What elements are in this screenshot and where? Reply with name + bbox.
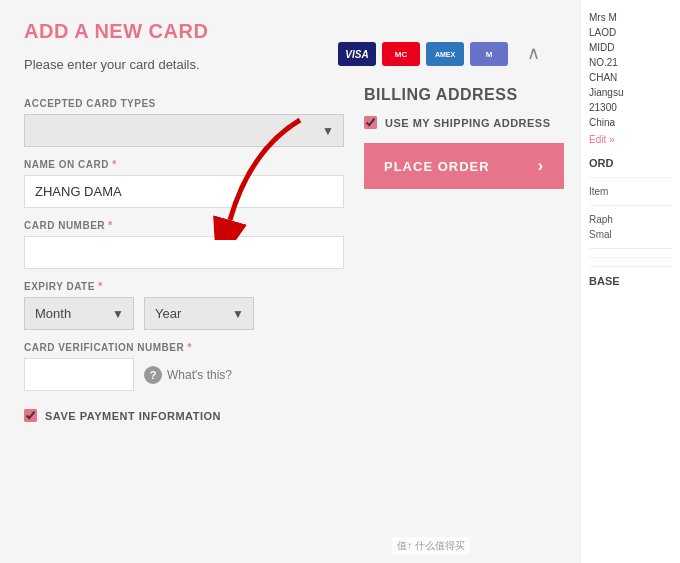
page-title: ADD A NEW CARD [24, 20, 208, 43]
month-select[interactable]: Month 010203 040506 070809 101112 [24, 297, 134, 330]
save-payment-label: SAVE PAYMENT INFORMATION [45, 410, 221, 422]
place-order-button[interactable]: PLACE ORDER › [364, 143, 564, 189]
expiry-row: Month 010203 040506 070809 101112 ▼ Year… [24, 297, 344, 330]
sidebar-divider-3 [589, 248, 672, 249]
maestro-icon: M [470, 42, 508, 66]
card-number-input[interactable] [24, 236, 344, 269]
use-shipping-label: USE MY SHIPPING ADDRESS [385, 117, 551, 129]
mastercard-icon: MC [382, 42, 420, 66]
card-icons-group: VISA MC AMEX M [338, 42, 508, 66]
sidebar-divider-1 [589, 177, 672, 178]
sidebar-item-header: Item [589, 186, 672, 197]
collapse-button[interactable]: ∧ [527, 42, 540, 64]
place-order-arrow-icon: › [538, 157, 544, 175]
sidebar-address: Mrs M LAOD MIDD NO.21 CHAN Jiangsu 21300… [589, 10, 672, 130]
accepted-types-select[interactable] [24, 114, 344, 147]
cvv-label: CARD VERIFICATION NUMBER * [24, 342, 344, 353]
billing-title: BILLING ADDRESS [364, 86, 564, 104]
visa-icon: VISA [338, 42, 376, 66]
year-select[interactable]: Year 202420252026 202720282029 [144, 297, 254, 330]
month-select-wrapper[interactable]: Month 010203 040506 070809 101112 ▼ [24, 297, 134, 330]
card-number-label: CARD NUMBER * [24, 220, 344, 231]
save-payment-row: SAVE PAYMENT INFORMATION [24, 409, 344, 422]
cvv-input[interactable] [24, 358, 134, 391]
accepted-types-select-wrapper[interactable]: ▼ [24, 114, 344, 147]
sidebar-base-label: BASE [589, 275, 672, 287]
use-shipping-row: USE MY SHIPPING ADDRESS [364, 116, 564, 129]
name-on-card-input[interactable] [24, 175, 344, 208]
amex-icon: AMEX [426, 42, 464, 66]
right-sidebar: Mrs M LAOD MIDD NO.21 CHAN Jiangsu 21300… [580, 0, 680, 563]
use-shipping-checkbox[interactable] [364, 116, 377, 129]
expiry-label: EXPIRY DATE * [24, 281, 344, 292]
cvv-row: ? What's this? [24, 358, 344, 391]
sidebar-order-title: ORD [589, 157, 672, 169]
save-payment-checkbox[interactable] [24, 409, 37, 422]
watermark: 值↑ 什么值得买 [392, 537, 470, 555]
whats-this-button[interactable]: ? What's this? [144, 366, 232, 384]
sidebar-divider-5 [589, 266, 672, 267]
name-on-card-label: NAME ON CARD * [24, 159, 344, 170]
sidebar-item-2: Smal [589, 229, 672, 240]
sidebar-divider-4 [589, 257, 672, 258]
sidebar-edit-link[interactable]: Edit » [589, 134, 672, 145]
sidebar-item-1: Raph [589, 214, 672, 225]
help-icon: ? [144, 366, 162, 384]
year-select-wrapper[interactable]: Year 202420252026 202720282029 ▼ [144, 297, 254, 330]
accepted-types-label: ACCEPTED CARD TYPES [24, 98, 344, 109]
sidebar-divider-2 [589, 205, 672, 206]
